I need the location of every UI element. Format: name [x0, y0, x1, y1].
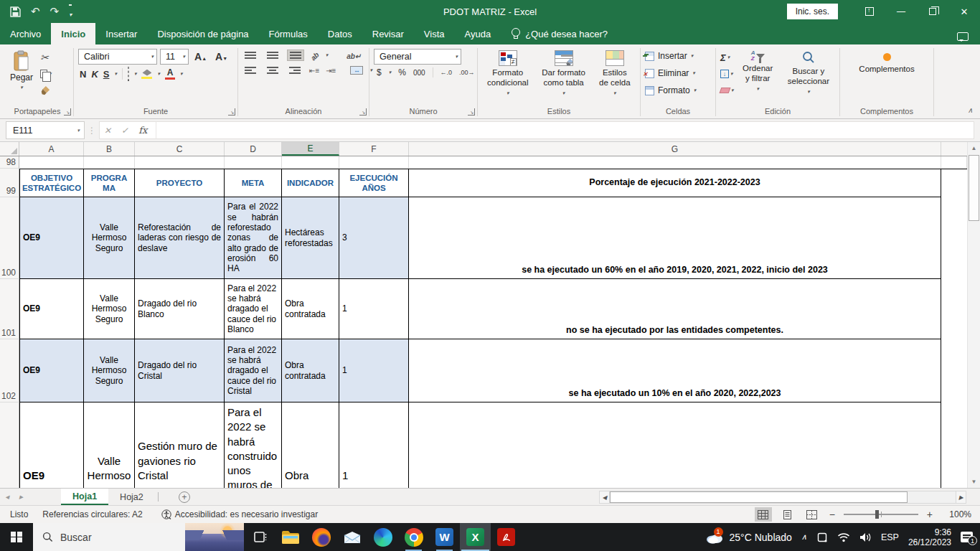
cell-F99[interactable]: EJECUCIÓN AÑOS: [339, 169, 409, 197]
cell-styles-button[interactable]: Estilos de celda: [594, 49, 636, 105]
cell-D99[interactable]: META: [225, 169, 282, 197]
cell-F102[interactable]: 1: [339, 339, 409, 402]
column-header-d[interactable]: D: [225, 142, 282, 156]
tab-datos[interactable]: Datos: [318, 23, 362, 44]
cell-G103[interactable]: [409, 402, 941, 488]
row-header-101[interactable]: 101: [0, 279, 19, 339]
clipboard-dialog-launcher-icon[interactable]: [64, 108, 71, 116]
conditional-formatting-button[interactable]: Formato condicional: [482, 49, 534, 105]
cell-C102[interactable]: Dragado del rio Cristal: [135, 339, 225, 402]
currency-button[interactable]: $: [377, 67, 382, 77]
redo-button[interactable]: [50, 5, 60, 18]
cell-D98[interactable]: [225, 156, 282, 169]
cell-E103[interactable]: Obra: [282, 402, 339, 488]
cell-A101[interactable]: OE9: [19, 279, 84, 339]
tab-vista[interactable]: Vista: [414, 23, 455, 44]
cell-B100[interactable]: Valle Hermoso Seguro: [84, 197, 135, 279]
zoom-slider[interactable]: [844, 514, 918, 515]
sort-filter-button[interactable]: AZ Ordenar y filtrar: [737, 49, 779, 105]
cell-C103[interactable]: Gestión muro de gaviones rio Cristal: [135, 402, 225, 488]
page-layout-view-icon[interactable]: [779, 507, 796, 522]
decrease-indent-button[interactable]: ⇤≡: [309, 67, 319, 75]
formula-bar-grip[interactable]: [85, 119, 99, 141]
align-center-button[interactable]: [265, 65, 281, 75]
align-top-button[interactable]: [242, 50, 258, 60]
notification-center-icon[interactable]: 1: [961, 532, 973, 542]
cell-F100[interactable]: 3: [339, 197, 409, 279]
copy-button[interactable]: [40, 67, 52, 81]
chevron-down-icon[interactable]: [157, 71, 160, 77]
chevron-down-icon[interactable]: [134, 71, 137, 77]
cell-G99[interactable]: Porcentaje de ejecución 2021-2022-2023: [409, 169, 941, 197]
font-dialog-launcher-icon[interactable]: [228, 108, 235, 116]
thousands-button[interactable]: 000: [413, 69, 425, 77]
close-button[interactable]: [948, 0, 980, 23]
cell-G101[interactable]: no se ha ejecutado por las entidades com…: [409, 279, 941, 339]
column-header-c[interactable]: C: [135, 142, 225, 156]
align-bottom-button[interactable]: [287, 50, 304, 61]
chevron-down-icon[interactable]: [114, 71, 117, 77]
cell-E102[interactable]: Obra contratada: [282, 339, 339, 402]
cell-D103[interactable]: Para el 2022 se habrá construido unos mu…: [225, 402, 282, 488]
percent-button[interactable]: %: [398, 67, 406, 77]
save-icon[interactable]: [10, 6, 21, 17]
clear-button[interactable]: [720, 83, 734, 98]
file-explorer-button[interactable]: [275, 523, 306, 551]
autosum-button[interactable]: [720, 50, 734, 65]
undo-button[interactable]: [31, 5, 40, 18]
edge-button[interactable]: [367, 523, 398, 551]
chevron-down-icon[interactable]: [389, 70, 392, 75]
cell-C101[interactable]: Dragado del rio Blanco: [135, 279, 225, 339]
format-as-table-button[interactable]: Dar formato como tabla: [535, 49, 593, 105]
zoom-in-button[interactable]: +: [925, 509, 934, 520]
font-name-select[interactable]: Calibri: [78, 49, 157, 65]
row-header-103[interactable]: [0, 402, 19, 488]
zoom-percentage[interactable]: 100%: [941, 509, 971, 519]
borders-button[interactable]: [128, 67, 129, 80]
tell-me-box[interactable]: ¿Qué desea hacer?: [501, 23, 618, 44]
wrap-text-button[interactable]: [347, 49, 361, 62]
delete-cells-button[interactable]: Eliminar: [645, 66, 696, 80]
insert-function-icon[interactable]: [138, 125, 147, 136]
chevron-down-icon[interactable]: [326, 52, 329, 58]
minimize-button[interactable]: [885, 0, 917, 23]
cell-A98[interactable]: [19, 156, 84, 169]
cell-A103[interactable]: OE9: [19, 402, 84, 488]
cell-D101[interactable]: Para el 2022 se habrá dragado el cauce d…: [225, 279, 282, 339]
taskbar-search-box[interactable]: Buscar: [33, 523, 244, 551]
addins-button[interactable]: Complementos: [854, 49, 919, 105]
volume-icon[interactable]: [859, 532, 872, 542]
collapse-ribbon-icon[interactable]: [968, 106, 973, 114]
start-button[interactable]: [0, 523, 33, 551]
comments-icon[interactable]: [957, 32, 969, 41]
cell-C100[interactable]: Reforestación de laderas con riesgo de d…: [135, 197, 225, 279]
cell-B101[interactable]: Valle Hermoso Seguro: [84, 279, 135, 339]
select-all-corner[interactable]: [0, 142, 19, 156]
increase-decimal-button[interactable]: ←.0: [440, 69, 453, 76]
column-header-e-selected[interactable]: E: [282, 142, 339, 156]
tab-inicio[interactable]: Inicio: [51, 23, 95, 44]
insert-cells-button[interactable]: Insertar: [645, 49, 696, 63]
find-select-button[interactable]: Buscar y seleccionar: [782, 49, 835, 105]
clock[interactable]: 9:36 26/12/2023: [908, 527, 951, 547]
row-header-98[interactable]: 98: [0, 156, 19, 169]
circular-references-status[interactable]: Referencias circulares: A2: [42, 509, 142, 519]
zoom-slider-thumb[interactable]: [875, 510, 879, 519]
increase-font-button[interactable]: A▲: [192, 51, 209, 62]
cell-F101[interactable]: 1: [339, 279, 409, 339]
tab-formulas[interactable]: Fórmulas: [259, 23, 318, 44]
scroll-up-icon[interactable]: [968, 142, 980, 154]
row-header-102[interactable]: 102: [0, 339, 19, 402]
restore-button[interactable]: [917, 0, 948, 23]
cell-E101[interactable]: Obra contratada: [282, 279, 339, 339]
align-left-button[interactable]: [242, 65, 258, 75]
tab-ayuda[interactable]: Ayuda: [455, 23, 501, 44]
mail-button[interactable]: [336, 523, 367, 551]
name-box[interactable]: E111: [6, 121, 85, 139]
chevron-down-icon[interactable]: [180, 71, 183, 77]
cell-B99[interactable]: PROGRAMA: [84, 169, 135, 197]
column-header-g[interactable]: G: [409, 142, 941, 156]
scroll-left-icon[interactable]: [599, 491, 610, 504]
cut-button[interactable]: [40, 50, 52, 65]
cell-D102[interactable]: Para el 2022 se habrá dragado el cauce d…: [225, 339, 282, 402]
